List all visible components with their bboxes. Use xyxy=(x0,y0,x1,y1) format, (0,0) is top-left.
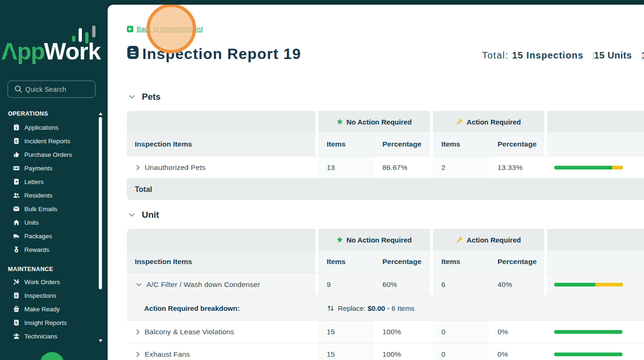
svg-text:App: App xyxy=(1,38,44,65)
svg-text:Work: Work xyxy=(44,38,101,65)
svg-text:$: $ xyxy=(15,126,17,130)
